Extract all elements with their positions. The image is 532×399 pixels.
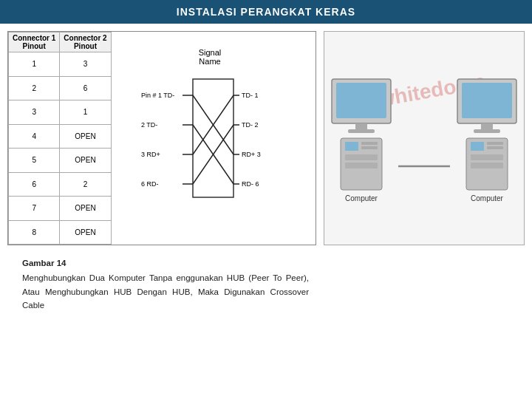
table-row: 13: [9, 52, 112, 77]
table-cell-c1: 3: [9, 100, 60, 125]
table-cell-c1: 7: [9, 197, 60, 221]
computer-diagram: ewhitedog.c C: [324, 31, 525, 245]
table-cell-c2: OPEN: [60, 149, 111, 173]
svg-rect-27: [348, 129, 375, 133]
table-row: 8OPEN: [9, 220, 112, 245]
diagram-box: Connector 1Pinout Connector 2Pinout 1326…: [7, 31, 316, 245]
table-row: 26: [9, 76, 112, 100]
table-row: 5OPEN: [9, 149, 112, 173]
svg-text:2 TD-: 2 TD-: [141, 121, 157, 129]
table-row: 62: [9, 172, 112, 197]
svg-rect-44: [471, 154, 503, 160]
table-cell-c1: 1: [9, 52, 60, 77]
table-cell-c2: OPEN: [60, 220, 111, 245]
svg-rect-45: [471, 163, 503, 168]
svg-rect-10: [193, 79, 233, 197]
diagram-section: Connector 1Pinout Connector 2Pinout 1326…: [7, 31, 316, 392]
svg-rect-33: [345, 163, 378, 168]
svg-text:TD- 2: TD- 2: [242, 121, 259, 129]
caption-text: Menghubungkan Dua Komputer Tanpa engguna…: [22, 271, 309, 312]
svg-rect-25: [336, 83, 386, 118]
svg-rect-39: [474, 129, 500, 133]
table-cell-c1: 6: [9, 172, 60, 197]
table-cell-c2: OPEN: [60, 124, 111, 149]
svg-text:Pin # 1 TD-: Pin # 1 TD-: [141, 92, 174, 99]
table-cell-c1: 2: [9, 76, 60, 100]
table-row: 4OPEN: [9, 124, 112, 149]
svg-text:3 RD+: 3 RD+: [141, 151, 160, 158]
right-section: ewhitedog.c C: [324, 31, 525, 392]
svg-rect-32: [345, 154, 378, 160]
connector-table: Connector 1Pinout Connector 2Pinout 1326…: [8, 32, 112, 245]
header-title: INSTALASI PERANGKAT KERAS: [177, 6, 355, 18]
svg-rect-29: [345, 142, 358, 151]
caption-area: Gambar 14 Menghubungkan Dua Komputer Tan…: [7, 245, 316, 316]
figure-label: Gambar 14: [22, 256, 309, 270]
svg-rect-38: [481, 123, 493, 129]
svg-rect-37: [462, 83, 512, 118]
table-cell-c1: 4: [9, 124, 60, 149]
table-col1-header: Connector 1Pinout: [9, 33, 60, 52]
svg-rect-31: [361, 146, 378, 149]
svg-text:Computer: Computer: [471, 194, 504, 202]
svg-text:TD- 1: TD- 1: [242, 92, 259, 99]
svg-text:RD+ 3: RD+ 3: [242, 151, 261, 158]
svg-rect-26: [355, 123, 367, 129]
table-cell-c2: 3: [60, 52, 111, 77]
svg-text:Name: Name: [199, 57, 220, 66]
table-cell-c1: 8: [9, 220, 60, 245]
svg-rect-43: [487, 146, 503, 149]
svg-text:Signal: Signal: [199, 48, 222, 57]
crossover-svg: Signal Name Pin # 1 TD- 2 TD- 3 RD+ 6 RD…: [140, 42, 287, 234]
table-col2-header: Connector 2Pinout: [60, 33, 111, 52]
table-cell-c2: 2: [60, 172, 111, 197]
main-content: Connector 1Pinout Connector 2Pinout 1326…: [0, 24, 532, 399]
table-row: 31: [9, 100, 112, 125]
svg-rect-42: [487, 142, 503, 145]
svg-rect-30: [361, 142, 378, 145]
svg-text:Computer: Computer: [345, 194, 378, 202]
svg-rect-41: [471, 142, 484, 151]
table-cell-c2: OPEN: [60, 197, 111, 221]
table-cell-c1: 5: [9, 149, 60, 173]
computers-svg: ewhitedog.c C: [324, 57, 524, 219]
page-header: INSTALASI PERANGKAT KERAS: [0, 0, 532, 24]
svg-text:RD- 6: RD- 6: [242, 180, 259, 188]
table-cell-c2: 6: [60, 76, 111, 100]
table-cell-c2: 1: [60, 100, 111, 125]
svg-text:6 RD-: 6 RD-: [141, 180, 159, 188]
table-row: 7OPEN: [9, 197, 112, 221]
signal-diagram: Signal Name Pin # 1 TD- 2 TD- 3 RD+ 6 RD…: [112, 32, 316, 245]
page-container: INSTALASI PERANGKAT KERAS Connector 1Pin…: [0, 0, 532, 399]
